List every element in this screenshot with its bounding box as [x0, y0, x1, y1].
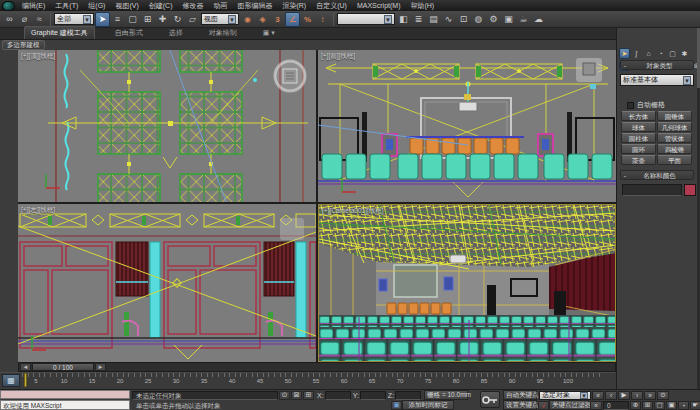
tab-motion[interactable]: ◔	[655, 48, 666, 59]
select-and-move-icon[interactable]: ✚	[155, 12, 170, 27]
window-crossing-icon[interactable]: ⊞	[140, 12, 155, 27]
select-and-scale-icon[interactable]: ▱	[185, 12, 200, 27]
object-type-button[interactable]: 圆柱体	[621, 133, 656, 143]
object-type-button[interactable]: 球体	[621, 122, 656, 132]
object-name-field[interactable]	[622, 184, 682, 196]
bind-to-space-warp-icon[interactable]: ≈	[32, 12, 47, 27]
current-frame-field[interactable]: 0	[603, 401, 629, 410]
rendered-frame-window-icon[interactable]: ▣	[501, 12, 516, 27]
object-type-button[interactable]: 圆环	[621, 144, 656, 154]
next-frame-button[interactable]: ›	[631, 391, 643, 400]
viewport-left[interactable]: [+][左][线框]	[18, 204, 316, 362]
isolate-selection-icon[interactable]: ⊙	[279, 391, 290, 400]
rollout-object-type[interactable]: -对象类型	[620, 60, 694, 70]
menu-item[interactable]: 动画	[208, 0, 232, 11]
object-type-button[interactable]: 管状体	[657, 133, 692, 143]
render-production-icon[interactable]: ☕	[516, 12, 531, 27]
tab-utilities[interactable]: ✱	[679, 48, 690, 59]
maxscript-mini-listener[interactable]: 欢迎使用 MAXScript	[0, 400, 130, 410]
tab-selection[interactable]: 选择	[163, 27, 189, 39]
unlink-selection-icon[interactable]: ⌀	[17, 12, 32, 27]
add-time-tag-button[interactable]: 添加时间标记	[402, 400, 454, 410]
object-type-button[interactable]: 四棱锥	[657, 144, 692, 154]
rectangular-selection-region-icon[interactable]: ▢	[125, 12, 140, 27]
menu-item[interactable]: 组(G)	[83, 0, 110, 11]
select-and-link-icon[interactable]: ∞	[2, 12, 17, 27]
go-to-end-button[interactable]: »	[644, 391, 656, 400]
go-to-start-button[interactable]: «	[592, 391, 604, 400]
viewport-top[interactable]: [+][顶][线框]	[18, 50, 316, 202]
render-setup-icon[interactable]: ⚙	[486, 12, 501, 27]
tab-create[interactable]: ➤	[619, 48, 630, 59]
object-type-button[interactable]: 茶壶	[621, 155, 656, 165]
selection-lock-icon[interactable]: ⊠	[291, 391, 302, 400]
absolute-mode-icon[interactable]: ⊞	[303, 391, 314, 400]
play-button[interactable]: ▶	[618, 391, 630, 400]
tab-graphite-modeling[interactable]: Graphite 建模工具	[24, 26, 95, 39]
menu-item[interactable]: 视图(V)	[110, 0, 143, 11]
primitive-type-dropdown[interactable]: 标准基本体▼	[620, 74, 694, 86]
named-selection-sets-dropdown[interactable]: ▼	[337, 13, 395, 25]
snaps-toggle-icon[interactable]: 3	[270, 12, 285, 27]
menu-item[interactable]: MAXScript(M)	[352, 0, 406, 11]
time-slider-prev-button[interactable]: ◄	[20, 363, 31, 371]
object-type-button[interactable]: 圆锥体	[657, 111, 692, 121]
tab-hierarchy[interactable]: ⌂	[643, 48, 654, 59]
use-pivot-point-center-icon[interactable]: ◉	[240, 12, 255, 27]
menu-item[interactable]: 渲染(R)	[277, 0, 311, 11]
rollout-name-color[interactable]: -名称和颜色	[620, 170, 694, 180]
select-and-rotate-icon[interactable]: ↻	[170, 12, 185, 27]
time-slider[interactable]: ◄ 0 / 100 ►	[18, 362, 616, 372]
previous-frame-button[interactable]: ‹	[605, 391, 617, 400]
go-to-frame-start-button[interactable]: «	[590, 401, 602, 410]
angle-snap-icon[interactable]: ∠	[285, 12, 300, 27]
material-editor-icon[interactable]: ◍	[471, 12, 486, 27]
menu-item[interactable]: 图形编辑器	[232, 0, 277, 11]
macro-recorder-field[interactable]	[0, 390, 130, 399]
set-keys-button[interactable]	[480, 391, 500, 408]
auto-key-button[interactable]: 自动关键点	[503, 390, 537, 400]
ribbon-minimize-icon[interactable]: ▣ ▾	[257, 27, 281, 39]
viewport-label[interactable]: [+][Camera001][线框]	[322, 207, 384, 216]
align-icon[interactable]: ≣	[411, 12, 426, 27]
open-mini-curve-editor-button[interactable]: ▦	[2, 374, 20, 387]
object-type-button[interactable]: 长方体	[621, 111, 656, 121]
zoom-icon[interactable]: ⊕	[630, 401, 641, 410]
coord-z-field[interactable]	[395, 391, 421, 400]
menu-item[interactable]: 工具(T)	[50, 0, 83, 11]
set-key-button[interactable]: 设置关键点	[503, 400, 537, 410]
menu-item[interactable]: 创建(C)	[144, 0, 178, 11]
selection-filter-dropdown[interactable]: 全部▼	[54, 13, 94, 25]
reference-coordinate-dropdown[interactable]: 视图▼	[201, 13, 239, 25]
tab-object-paint[interactable]: 对象绘制	[203, 27, 243, 39]
viewport-front[interactable]: [+][前][线框]	[318, 50, 616, 202]
select-and-manipulate-icon[interactable]: ◈	[255, 12, 270, 27]
menu-item[interactable]: 自定义(U)	[311, 0, 352, 11]
object-color-swatch[interactable]	[684, 184, 696, 196]
curve-editor-icon[interactable]: ∿	[441, 12, 456, 27]
menu-item[interactable]: 修改器	[177, 0, 208, 11]
tab-display[interactable]: ▢	[667, 48, 678, 59]
object-type-button[interactable]: 平面	[657, 155, 692, 165]
tab-modify[interactable]: ∫	[631, 48, 642, 59]
render-iray-icon[interactable]: ☁	[531, 12, 546, 27]
layer-manager-icon[interactable]: ▤	[426, 12, 441, 27]
select-by-name-icon[interactable]: ≡	[110, 12, 125, 27]
coord-x-field[interactable]	[325, 391, 351, 400]
object-type-button[interactable]: 几何球体	[657, 122, 692, 132]
coord-y-field[interactable]	[360, 391, 386, 400]
zoom-all-icon[interactable]: ⊞	[642, 401, 653, 410]
percent-snap-icon[interactable]: %	[300, 12, 315, 27]
schematic-view-icon[interactable]: ⊡	[456, 12, 471, 27]
key-filters-button[interactable]: 关键点过滤器...	[549, 400, 589, 410]
time-slider-next-button[interactable]: ►	[95, 363, 106, 371]
polygon-modeling-panel[interactable]: 多边形建模	[2, 40, 45, 50]
viewport-label[interactable]: [+][前][线框]	[321, 52, 355, 61]
key-mode-toggle[interactable]: ⊙	[657, 391, 669, 400]
application-button[interactable]	[2, 1, 15, 11]
fov-icon[interactable]: ◔	[678, 401, 689, 410]
viewport-label[interactable]: [+][左][线框]	[21, 206, 55, 215]
viewport-label[interactable]: [+][顶][线框]	[21, 52, 55, 61]
menu-item[interactable]: 编辑(E)	[17, 0, 50, 11]
menu-item[interactable]: 帮助(H)	[405, 0, 439, 11]
